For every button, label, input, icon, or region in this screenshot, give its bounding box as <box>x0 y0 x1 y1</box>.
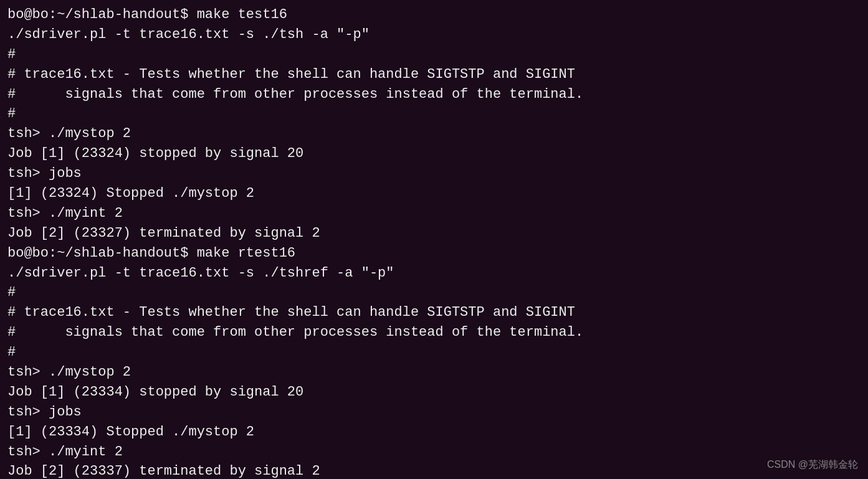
terminal-line: bo@bo:~/shlab-handout$ make rtest16 <box>7 244 861 263</box>
terminal-line: bo@bo:~/shlab-handout$ make test16 <box>7 5 861 25</box>
terminal-line: # <box>7 283 861 303</box>
terminal-line: tsh> ./mystop 2 <box>7 124 861 144</box>
terminal-line: [1] (23334) Stopped ./mystop 2 <box>7 422 861 442</box>
terminal-line: Job [2] (23327) terminated by signal 2 <box>7 224 861 244</box>
terminal-line: tsh> jobs <box>7 164 861 184</box>
terminal-line: tsh> ./myint 2 <box>7 204 861 224</box>
terminal-line: # <box>7 45 861 65</box>
terminal-line: tsh> ./mystop 2 <box>7 363 861 382</box>
terminal-line: [1] (23324) Stopped ./mystop 2 <box>7 184 861 204</box>
terminal-line: tsh> ./myint 2 <box>7 442 861 462</box>
terminal-line: Job [2] (23337) terminated by signal 2 <box>7 462 861 479</box>
watermark: CSDN @芜湖韩金轮 <box>767 458 858 472</box>
terminal-line: # trace16.txt - Tests whether the shell … <box>7 65 861 85</box>
terminal-line: # <box>7 104 861 124</box>
terminal-line: Job [1] (23334) stopped by signal 20 <box>7 382 861 402</box>
terminal-line: ./sdriver.pl -t trace16.txt -s ./tsh -a … <box>7 25 861 45</box>
terminal-line: tsh> jobs <box>7 402 861 422</box>
terminal-line: # signals that come from other processes… <box>7 323 861 343</box>
terminal-line: # trace16.txt - Tests whether the shell … <box>7 303 861 323</box>
terminal-line: Job [1] (23324) stopped by signal 20 <box>7 144 861 164</box>
terminal-line: # <box>7 343 861 363</box>
terminal-line: # signals that come from other processes… <box>7 85 861 105</box>
terminal-window: bo@bo:~/shlab-handout$ make test16./sdri… <box>0 0 868 479</box>
terminal-line: ./sdriver.pl -t trace16.txt -s ./tshref … <box>7 263 861 283</box>
